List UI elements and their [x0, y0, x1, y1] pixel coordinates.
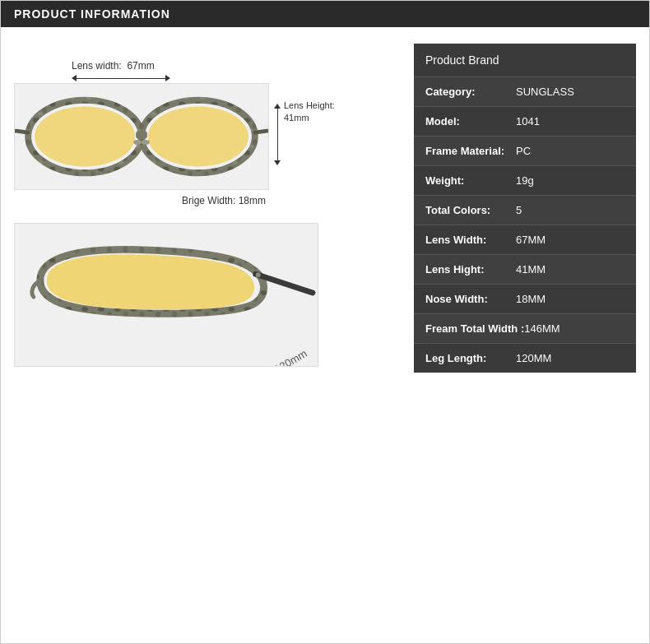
- spec-row-5: Lens Width: 67MM: [414, 225, 636, 255]
- spec-label-3: Weight:: [425, 174, 516, 187]
- lens-height-bar: [277, 109, 278, 160]
- glasses-side-container: Leg Length: 120mm: [14, 223, 401, 367]
- spec-label-8: Fream Total Width :: [425, 322, 524, 335]
- svg-point-12: [142, 140, 150, 145]
- spec-value-2: PC: [516, 145, 531, 157]
- svg-line-10: [255, 131, 267, 132]
- spec-row-4: Total Colors: 5: [414, 196, 636, 225]
- page-wrapper: PRODUCT INFORMATION Lens width: 67mm: [0, 0, 650, 644]
- glasses-side-image: Leg Length: 120mm: [14, 223, 318, 367]
- svg-point-5: [35, 107, 135, 167]
- header-title: PRODUCT INFORMATION: [14, 7, 170, 21]
- spec-label-0: Category:: [425, 86, 516, 98]
- spec-value-7: 18MM: [516, 293, 546, 305]
- lens-width-text: Lens width: 67mm: [72, 60, 155, 72]
- lens-width-annotation: Lens width: 67mm: [72, 60, 401, 72]
- lens-width-arrow: [72, 75, 401, 81]
- diagram-bottom: Leg Length: 120mm: [14, 223, 401, 367]
- spec-value-6: 41MM: [516, 263, 546, 276]
- spec-label-7: Nose Width:: [425, 293, 516, 305]
- left-panel: Lens width: 67mm: [14, 35, 401, 633]
- spec-brand-header: Product Brand: [414, 44, 636, 77]
- spec-row-1: Model: 1041: [414, 107, 636, 137]
- spec-row-6: Lens Hight: 41MM: [414, 255, 636, 285]
- svg-line-9: [16, 131, 28, 132]
- spec-value-1: 1041: [516, 115, 540, 127]
- spec-label-1: Model:: [425, 115, 516, 127]
- svg-point-11: [133, 140, 142, 145]
- svg-rect-8: [136, 131, 147, 139]
- spec-value-3: 19g: [516, 174, 534, 187]
- specs-panel: Product Brand Category: SUNGLASS Model: …: [414, 44, 636, 373]
- spec-value-4: 5: [516, 204, 522, 216]
- glasses-front-image: [14, 83, 269, 190]
- spec-label-4: Total Colors:: [425, 204, 516, 216]
- svg-point-7: [148, 107, 248, 167]
- spec-value-5: 67MM: [516, 234, 546, 246]
- spec-row-0: Category: SUNGLASS: [414, 77, 636, 107]
- lens-height-label: Lens Height: 41mm: [284, 100, 335, 125]
- spec-row-9: Leg Length: 120MM: [414, 344, 636, 373]
- spec-value-8: 146MM: [524, 322, 559, 335]
- bridge-width-annotation: Brige Width: 18mm: [47, 195, 401, 206]
- spec-value-9: 120MM: [516, 352, 551, 364]
- svg-point-17: [256, 272, 261, 277]
- spec-row-2: Frame Material: PC: [414, 137, 636, 166]
- page-header: PRODUCT INFORMATION: [1, 1, 649, 27]
- spec-row-3: Weight: 19g: [414, 166, 636, 196]
- lens-height-arrow-down: [274, 160, 281, 165]
- content-area: Lens width: 67mm: [1, 27, 649, 642]
- diagram-top: Lens width: 67mm: [14, 44, 401, 206]
- spec-label-6: Lens Hight:: [425, 263, 516, 276]
- spec-row-7: Nose Width: 18MM: [414, 285, 636, 314]
- spec-row-8: Fream Total Width : 146MM: [414, 314, 636, 344]
- spec-value-0: SUNGLASS: [516, 86, 574, 98]
- spec-label-2: Frame Material:: [425, 145, 516, 157]
- spec-label-9: Leg Length:: [425, 352, 516, 364]
- spec-label-5: Lens Width:: [425, 234, 516, 246]
